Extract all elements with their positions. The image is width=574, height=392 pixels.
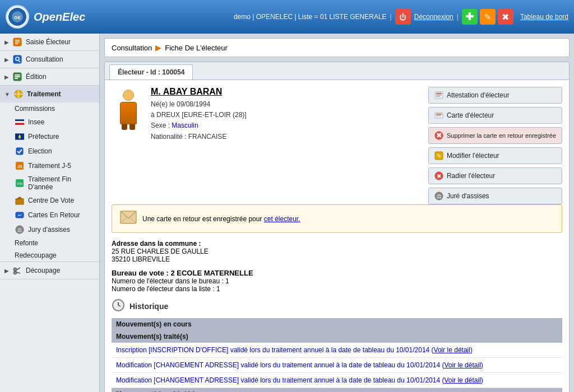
carte-icon [434, 111, 443, 120]
tableau-bord-link[interactable]: Tableau de bord [520, 13, 568, 21]
historique-content: Mouvement(s) en cours Mouvement(s) trait… [112, 318, 562, 392]
sidebar-item-redecoupage[interactable]: Redecoupage [10, 249, 99, 262]
svg-marker-32 [16, 197, 24, 199]
sidebar-item-prefecture[interactable]: Préfecture [10, 129, 99, 144]
avatar-figure [116, 90, 141, 129]
svg-text:⚖: ⚖ [17, 227, 22, 233]
hist-traites: Mouvement(s) traité(s) [112, 330, 562, 343]
sidebar-section-decoupage: ▶ Découpage [0, 262, 99, 279]
voter-tab[interactable]: Électeur - Id : 100054 [109, 64, 193, 80]
item-label: Cartes En Retour [28, 211, 80, 219]
jure-button[interactable]: ⚖ Juré d'assises [428, 188, 562, 204]
address-line1: 25 RUE CHARLES DE GAULLE [112, 248, 562, 255]
sidebar-item-traitement[interactable]: ▼ Traitement [0, 86, 99, 102]
svg-rect-13 [15, 78, 18, 79]
logo-area: OE OpenElec [6, 5, 85, 29]
svg-rect-12 [15, 76, 20, 77]
modifier-label: Modifier l'électeur [447, 152, 499, 160]
svg-rect-26 [16, 148, 23, 155]
card-body: M. ABAY BARAN Né(e) le 09/08/1994 à DREU… [105, 80, 569, 392]
hist-voir-detail-1[interactable]: Voir le détail [434, 346, 470, 354]
traitement-label: Traitement [27, 90, 61, 98]
sidebar: ▶ Saisie Électeur ▶ [0, 34, 100, 392]
sidebar-item-decoupage[interactable]: ▶ Découpage [0, 262, 99, 279]
return-notice: Une carte en retour est enregistrée pour… [112, 204, 562, 233]
svg-rect-46 [436, 114, 442, 115]
svg-point-37 [13, 268, 17, 271]
radier-label: Radier l'électeur [447, 172, 495, 180]
modifier-icon: ✎ [434, 151, 443, 160]
voter-born: Né(e) le 09/08/1994 à DREUX [EURE-ET-LOI… [151, 99, 247, 142]
sidebar-item-saisie[interactable]: ▶ Saisie Électeur [0, 34, 99, 50]
hist-voir-detail-2[interactable]: Voir le détail [444, 361, 480, 369]
svg-rect-43 [436, 95, 442, 95]
sidebar-section-saisie: ▶ Saisie Électeur [0, 34, 99, 51]
action-panel: Attestation d'électeur Carte d'électeur [428, 87, 562, 204]
attestation-button[interactable]: Attestation d'électeur [428, 87, 562, 104]
svg-text:✎: ✎ [437, 153, 441, 159]
item-label: Election [28, 147, 52, 155]
sidebar-item-cartes-retour[interactable]: ↩ Cartes En Retour [10, 208, 99, 222]
main-layout: ▶ Saisie Électeur ▶ [0, 34, 574, 392]
separator: | [390, 13, 392, 21]
bureau-liste: Numero de l'électeur dans la liste : 1 [112, 285, 562, 293]
svg-point-15 [17, 92, 20, 96]
svg-line-39 [17, 268, 21, 270]
content-area: Consultation ▶ Fiche De L'électeur Élect… [100, 34, 574, 392]
carte-button[interactable]: Carte d'électeur [428, 107, 562, 124]
sidebar-item-consultation[interactable]: ▶ Consultation [0, 51, 99, 68]
sidebar-item-label: Édition [26, 73, 47, 81]
sidebar-item-refonte[interactable]: Refonte [10, 237, 99, 249]
power-icon[interactable]: ⏻ [395, 9, 411, 25]
arrow-icon: ▶ [4, 57, 9, 63]
sidebar-item-edition[interactable]: ▶ Édition [0, 68, 99, 85]
sidebar-item-traitement-j5[interactable]: J5 Traitement J-5 [10, 158, 99, 173]
item-label: Jury d'assises [28, 226, 70, 234]
arrow-icon: ▶ [4, 268, 9, 274]
svg-rect-20 [15, 119, 24, 121]
supprimer-icon: ✖ [434, 131, 443, 140]
hist-voir-detail-3[interactable]: Voir le détail [444, 376, 480, 384]
svg-rect-22 [15, 123, 24, 125]
header: OE OpenElec demo | OPENELEC | Liste = 01… [0, 0, 574, 34]
arrow-icon: ▼ [4, 91, 10, 97]
svg-rect-47 [436, 115, 441, 116]
supprimer-button[interactable]: ✖ Supprimer la carte en retour enregistr… [428, 127, 562, 144]
sidebar-item-election[interactable]: Election [10, 144, 99, 158]
voter-card: Électeur - Id : 100054 [104, 62, 570, 392]
voter-name: M. ABAY BARAN [151, 87, 247, 97]
avatar-body [120, 102, 137, 124]
sidebar-item-jury[interactable]: ⚖ Jury d'assises [10, 222, 99, 237]
sidebar-item-fin-annee[interactable]: FIN Traitement Fin D'année [10, 173, 99, 193]
notice-link[interactable]: cet électeur. [264, 215, 300, 223]
fin-annee-icon: FIN [15, 178, 25, 188]
sidebar-item-commissions[interactable]: Commissions [10, 102, 99, 115]
edit-icon[interactable]: ✎ [480, 9, 496, 25]
notice-text-before: Une carte en retour est enregistrée pour [142, 215, 262, 223]
sidebar-item-label: Consultation [26, 55, 63, 63]
svg-text:FIN: FIN [17, 182, 22, 185]
notice-envelope-icon [120, 211, 137, 227]
address-label: Adresse dans la commune : [112, 240, 562, 248]
radier-button[interactable]: ✖ Radier l'électeur [428, 167, 562, 184]
sex-label: Sexe : [151, 122, 172, 129]
sidebar-item-insee[interactable]: Insee [10, 115, 99, 129]
svg-text:✖: ✖ [436, 132, 442, 139]
modifier-button[interactable]: ✎ Modifier l'électeur [428, 147, 562, 164]
add-icon[interactable]: ✚ [462, 9, 478, 25]
sidebar-section-consultation: ▶ Consultation [0, 51, 99, 68]
item-label: Insee [28, 118, 44, 126]
avatar-leg-right [129, 124, 135, 130]
delete-icon[interactable]: ✖ [498, 9, 513, 25]
separator2: | [457, 13, 459, 21]
jure-icon: ⚖ [434, 192, 443, 200]
sidebar-section-edition: ▶ Édition [0, 68, 99, 86]
address-line2: 35210 LIBREVILLE [112, 255, 562, 263]
user-info: demo | OPENELEC | Liste = 01 LISTE GENER… [234, 13, 387, 21]
sidebar-item-centre-vote[interactable]: Centre De Vote [10, 193, 99, 208]
svg-rect-11 [15, 74, 20, 76]
svg-line-40 [17, 272, 21, 273]
hist-en-cours: Mouvement(s) en cours [112, 318, 562, 330]
notice-text: Une carte en retour est enregistrée pour… [142, 215, 300, 223]
deconnexion-link[interactable]: Déconnexion [414, 13, 453, 21]
